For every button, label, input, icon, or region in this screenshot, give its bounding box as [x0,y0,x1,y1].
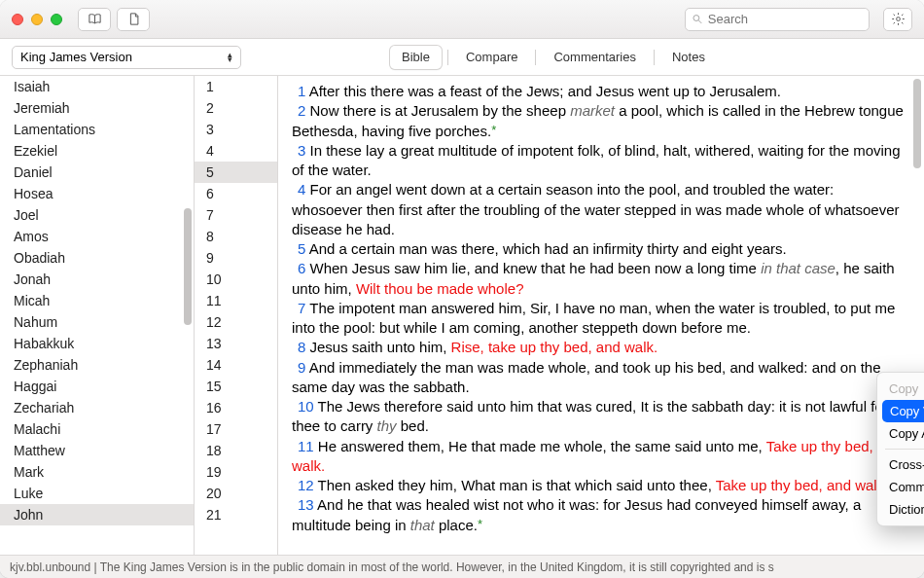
book-item[interactable]: Obadiah [0,247,194,269]
chapter-item[interactable]: 2 [195,97,277,119]
version-select[interactable]: King James Version ▴▾ [12,46,241,69]
chapter-item[interactable]: 21 [195,504,277,525]
verse-text: in that case [761,260,835,276]
book-item[interactable]: Luke [0,483,194,504]
book-item[interactable]: Haggai [0,376,194,397]
svg-point-2 [896,18,900,21]
tab-bible[interactable]: Bible [390,46,442,69]
scripture-scrollbar[interactable] [913,79,921,168]
library-button[interactable] [78,8,111,31]
book-item[interactable]: Zechariah [0,397,194,418]
verse-number[interactable]: 9 [292,359,309,376]
documents-button[interactable] [117,8,150,31]
menu-item-cross-refs[interactable]: Cross-References [877,453,924,476]
verse-number[interactable]: 8 [292,339,310,355]
menu-item-copy-as[interactable]: Copy As… [877,422,924,445]
book-item[interactable]: Lamentations [0,119,194,140]
tab-compare[interactable]: Compare [454,46,529,69]
verse-number[interactable]: 12 [292,477,318,493]
status-bar: kjv.bbl.unbound | The King James Version… [0,555,924,578]
menu-item-dictionaries[interactable]: Dictionaries [877,498,924,521]
chapter-item[interactable]: 16 [195,397,277,418]
verse-number[interactable]: 10 [292,398,318,415]
context-menu: Copy⌘CCopy Verses⌘KCopy As…Cross-Referen… [876,372,924,526]
book-item[interactable]: John [0,504,194,525]
scripture-pane: 1 After this there was a feast of the Je… [278,76,924,555]
view-tabs: BibleCompareCommentariesNotes [241,46,866,69]
verse-text: And he that was healed wist not who it w… [292,496,861,532]
chapter-item[interactable]: 15 [195,376,277,397]
settings-button[interactable] [883,8,912,31]
book-item[interactable]: Zephaniah [0,354,194,376]
book-item[interactable]: Habakkuk [0,333,194,354]
books-list[interactable]: IsaiahJeremiahLamentationsEzekielDanielH… [0,76,194,555]
chapter-item[interactable]: 3 [195,119,277,140]
search-field[interactable] [685,8,870,31]
verse-number[interactable]: 11 [292,438,318,454]
main-body: IsaiahJeremiahLamentationsEzekielDanielH… [0,76,924,555]
verse-text: market [570,102,615,119]
svg-line-1 [698,20,701,23]
verse-text: Now there is at Jerusalem by the sheep [310,102,571,119]
verse-number[interactable]: 13 [292,496,317,513]
tab-commentaries[interactable]: Commentaries [542,46,648,69]
chapter-item[interactable]: 10 [195,269,277,290]
book-item[interactable]: Isaiah [0,76,194,97]
search-input[interactable] [708,12,863,26]
chapter-item[interactable]: 7 [195,204,277,226]
verse-text: * [478,517,482,531]
menu-item-copy-verses[interactable]: Copy Verses⌘K [882,400,924,422]
menu-item-label: Cross-References [889,457,924,472]
menu-item-commentaries[interactable]: Commentaries [877,476,924,498]
book-item[interactable]: Malachi [0,418,194,440]
book-item[interactable]: Hosea [0,183,194,204]
book-item[interactable]: Nahum [0,311,194,333]
chapter-item[interactable]: 14 [195,354,277,376]
chapter-item[interactable]: 1 [195,76,277,97]
verse-number[interactable]: 4 [292,181,310,198]
book-item[interactable]: Mark [0,461,194,483]
verse-number[interactable]: 5 [292,240,309,257]
gear-icon [891,12,906,26]
verse-number[interactable]: 2 [292,102,310,119]
minimize-window-button[interactable] [31,14,43,25]
book-item[interactable]: Amos [0,226,194,247]
chapter-item[interactable]: 13 [195,333,277,354]
chevron-up-down-icon: ▴▾ [228,53,232,62]
verse-number[interactable]: 3 [292,142,310,159]
book-item[interactable]: Jeremiah [0,97,194,119]
books-column: IsaiahJeremiahLamentationsEzekielDanielH… [0,76,195,555]
close-window-button[interactable] [12,14,23,25]
book-item[interactable]: Jonah [0,269,194,290]
verse-number[interactable]: 1 [292,83,309,99]
chapter-item[interactable]: 9 [195,247,277,269]
chapter-item[interactable]: 8 [195,226,277,247]
tab-notes[interactable]: Notes [660,46,717,69]
chapter-item[interactable]: 4 [195,140,277,162]
chapter-item[interactable]: 18 [195,440,277,461]
book-item[interactable]: Joel [0,204,194,226]
verse-number[interactable]: 7 [292,300,309,316]
menu-item-label: Copy Verses [890,404,924,418]
verse-text: And immediately the man was made whole, … [292,359,881,395]
chapter-item[interactable]: 17 [195,418,277,440]
book-item[interactable]: Daniel [0,162,194,183]
status-text: kjv.bbl.unbound | The King James Version… [10,560,774,574]
chapter-item[interactable]: 6 [195,183,277,204]
verse-number[interactable]: 6 [292,260,310,276]
book-item[interactable]: Matthew [0,440,194,461]
chapter-item[interactable]: 11 [195,290,277,311]
verse-text: In these lay a great multitude of impote… [292,142,901,178]
chapter-item[interactable]: 12 [195,311,277,333]
chapters-column[interactable]: 123456789101112131415161718192021 [195,76,278,555]
chapter-item[interactable]: 20 [195,483,277,504]
books-scrollbar[interactable] [184,208,192,325]
book-item[interactable]: Micah [0,290,194,311]
book-item[interactable]: Ezekiel [0,140,194,162]
scripture-text[interactable]: 1 After this there was a feast of the Je… [278,76,924,541]
chapter-item[interactable]: 5 [195,162,277,183]
verse-text: thy [377,417,397,434]
zoom-window-button[interactable] [51,14,62,25]
chapter-item[interactable]: 19 [195,461,277,483]
subtoolbar: King James Version ▴▾ BibleCompareCommen… [0,39,924,76]
